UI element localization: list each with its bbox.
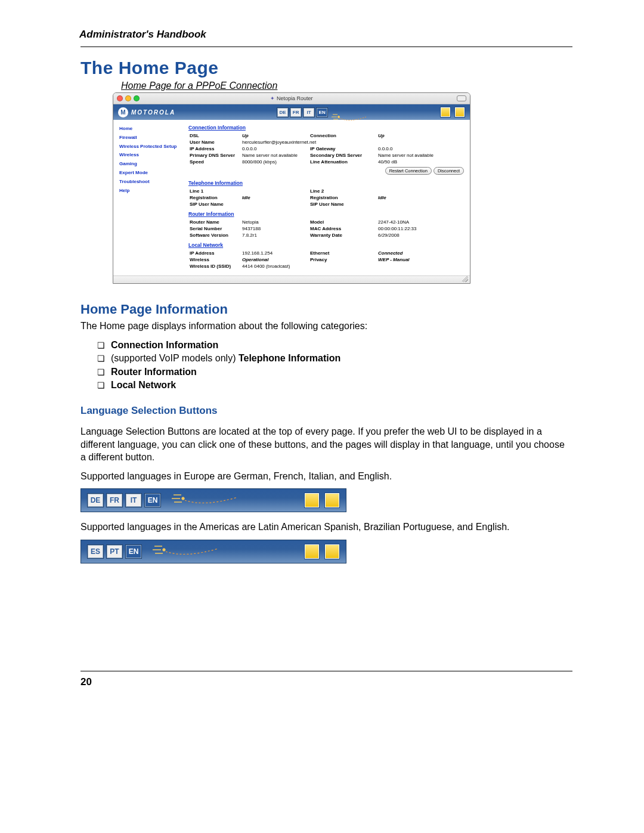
lang-button-de[interactable]: DE bbox=[277, 107, 289, 117]
lang-heading: Language Selection Buttons bbox=[80, 405, 572, 417]
cell: 192.168.1.254 bbox=[241, 250, 309, 256]
cell: IP Address bbox=[188, 145, 241, 152]
cell: Name server not available bbox=[241, 152, 309, 159]
running-head: Administrator's Handbook bbox=[79, 29, 572, 41]
decorative-spark-icon bbox=[172, 489, 299, 512]
cell: WEP - Manual bbox=[377, 256, 464, 263]
sidebar-item-wireless-protected-setup[interactable]: Wireless Protected Setup bbox=[119, 143, 180, 151]
cell: Idle bbox=[377, 194, 464, 201]
lang-p3: Supported languages in the Americas are … bbox=[80, 521, 572, 534]
router-topbar: M MOTOROLA DEFRITEN bbox=[113, 104, 470, 120]
info-table: DSLUpConnectionUpUser Nameherculesurfier… bbox=[188, 132, 464, 165]
info-bullet: Local Network bbox=[97, 379, 572, 392]
cell: Line Attenuation bbox=[309, 159, 377, 165]
info-bullets: Connection Information(supported VoIP mo… bbox=[97, 339, 572, 392]
lang-button-it[interactable]: IT bbox=[125, 493, 142, 507]
lang-button-fr[interactable]: FR bbox=[106, 493, 123, 507]
chip-icon bbox=[304, 493, 320, 508]
sidebar-item-gaming[interactable]: Gaming bbox=[119, 160, 180, 169]
svg-point-0 bbox=[338, 116, 340, 118]
sidebar-item-wireless[interactable]: Wireless bbox=[119, 151, 180, 160]
group-title: Telephone Information bbox=[188, 180, 464, 186]
cell: Up bbox=[241, 132, 309, 139]
figure-caption: Home Page for a PPPoE Connection bbox=[121, 80, 572, 91]
language-buttons: DEFRITEN bbox=[277, 107, 328, 117]
router-content: Connection InformationDSLUpConnectionUpU… bbox=[186, 120, 470, 275]
sidebar-item-help[interactable]: Help bbox=[119, 187, 180, 196]
cell: Line 1 bbox=[188, 188, 241, 194]
svg-point-1 bbox=[182, 497, 184, 500]
lang-button-fr[interactable]: FR bbox=[290, 107, 302, 117]
disconnect-button[interactable]: Disconnect bbox=[434, 167, 464, 175]
decorative-spark-icon bbox=[153, 540, 299, 563]
cell bbox=[377, 188, 464, 194]
cell: Serial Number bbox=[188, 225, 241, 232]
lang-button-en[interactable]: EN bbox=[125, 544, 142, 559]
cell: Privacy bbox=[309, 256, 377, 263]
info-table: Line 1Line 2RegistrationIdleRegistration… bbox=[188, 188, 464, 208]
sidebar-item-home[interactable]: Home bbox=[119, 125, 180, 134]
section-title: The Home Page bbox=[80, 58, 572, 78]
lang-button-en[interactable]: EN bbox=[316, 107, 328, 117]
cell: 7.8.2r1 bbox=[241, 232, 309, 239]
cell: 0.0.0.0 bbox=[241, 145, 309, 152]
cell bbox=[241, 188, 309, 194]
info-table: IP Address192.168.1.254EthernetConnected… bbox=[188, 250, 464, 270]
sidebar-item-expert-mode[interactable]: Expert Mode bbox=[119, 169, 180, 178]
lang-button-es[interactable]: ES bbox=[87, 544, 104, 559]
chip-icon bbox=[440, 107, 451, 117]
window-title: Netopia Router bbox=[113, 95, 470, 101]
window-pill-icon bbox=[457, 95, 466, 101]
cell: Up bbox=[377, 132, 464, 139]
sidebar: HomeFirewallWireless Protected SetupWire… bbox=[113, 120, 186, 275]
topbar-chips bbox=[440, 107, 465, 117]
cell: herculesurfier@joyeauxinternet.net bbox=[241, 139, 464, 145]
info-table: Router NameNetopiaModel2247-42-10NASeria… bbox=[188, 219, 464, 239]
lang-button-it[interactable]: IT bbox=[303, 107, 315, 117]
cell: 0.0.0.0 bbox=[377, 145, 464, 152]
cell: DSL bbox=[188, 132, 241, 139]
chip-icon bbox=[324, 493, 340, 508]
lang-button-de[interactable]: DE bbox=[87, 493, 104, 507]
cell bbox=[309, 263, 377, 270]
cell: IP Gateway bbox=[309, 145, 377, 152]
cell: Ethernet bbox=[309, 250, 377, 256]
window-footer bbox=[113, 275, 470, 283]
cell: IP Address bbox=[188, 250, 241, 256]
cell: Secondary DNS Server bbox=[309, 152, 377, 159]
cell: Speed bbox=[188, 159, 241, 165]
cell: Software Version bbox=[188, 232, 241, 239]
button-row: Restart ConnectionDisconnect bbox=[188, 165, 464, 176]
cell: 00:00:00:11:22:33 bbox=[377, 225, 464, 232]
lang-button-pt[interactable]: PT bbox=[106, 544, 123, 559]
cell: 4414 0400 (broadcast) bbox=[241, 263, 309, 270]
cell: Router Name bbox=[188, 219, 241, 225]
cell: User Name bbox=[188, 139, 241, 145]
cell bbox=[241, 201, 309, 208]
cell: 6/29/2008 bbox=[377, 232, 464, 239]
bottom-rule bbox=[80, 671, 572, 671]
motorola-logo-icon: M bbox=[118, 107, 128, 117]
cell: Line 2 bbox=[309, 188, 377, 194]
lang-bar-americas: ESPTEN bbox=[80, 540, 346, 563]
svg-point-2 bbox=[163, 549, 165, 551]
cell bbox=[377, 263, 464, 270]
sidebar-item-troubleshoot[interactable]: Troubleshoot bbox=[119, 178, 180, 187]
brand-text: MOTOROLA bbox=[131, 109, 175, 116]
cell: Registration bbox=[188, 194, 241, 201]
group-title: Connection Information bbox=[188, 125, 464, 131]
page-number: 20 bbox=[80, 676, 572, 688]
sidebar-item-firewall[interactable]: Firewall bbox=[119, 134, 180, 143]
chip-icon bbox=[324, 544, 340, 559]
lang-button-en[interactable]: EN bbox=[144, 493, 161, 507]
titlebar: Netopia Router bbox=[113, 93, 470, 104]
cell: Registration bbox=[309, 194, 377, 201]
info-bullet: Router Information bbox=[97, 366, 572, 379]
cell: Name server not available bbox=[377, 152, 464, 159]
restart-connection-button[interactable]: Restart Connection bbox=[385, 167, 432, 175]
lang-bar-europe: DEFRITEN bbox=[80, 488, 346, 512]
cell: Warranty Date bbox=[309, 232, 377, 239]
resize-grip-icon[interactable] bbox=[462, 276, 468, 282]
info-lead: The Home page displays information about… bbox=[80, 320, 572, 333]
cell: Netopia bbox=[241, 219, 309, 225]
